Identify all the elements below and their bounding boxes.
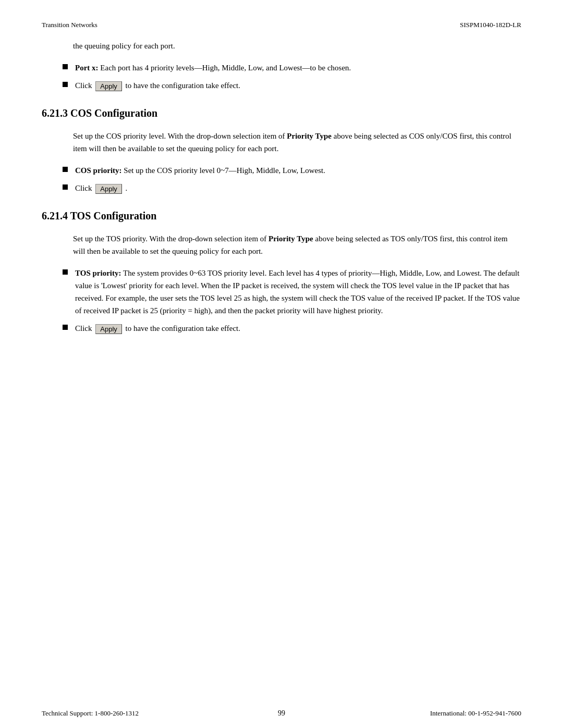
section-cos-heading: 6.21.3 COS Configuration [42, 107, 521, 119]
header-right: SISPM1040-182D-LR [460, 21, 521, 29]
tos-list-item-apply: Click Apply to have the configuration ta… [63, 322, 521, 335]
click-label-1: Click [75, 81, 94, 90]
bullet-icon [63, 82, 68, 87]
bullet-icon [63, 167, 68, 172]
list-item-apply-1: Click Apply to have the configuration ta… [63, 79, 521, 92]
page-header: Transition Networks SISPM1040-182D-LR [0, 0, 563, 34]
port-x-label: Port x: [75, 64, 99, 72]
cos-list-item-apply: Click Apply . [63, 182, 521, 194]
bullet-text: Port x: Each port has 4 priority levels—… [75, 61, 351, 74]
cos-bullet-text: COS priority: Set up the COS priority le… [75, 164, 325, 177]
apply-button-1[interactable]: Apply [95, 81, 122, 91]
tos-click-apply: Click Apply to have the configuration ta… [75, 322, 240, 335]
page: Transition Networks SISPM1040-182D-LR th… [0, 0, 563, 728]
cos-apply-suffix: . [126, 184, 128, 192]
cos-priority-text: Set up the COS priority level 0~7—High, … [124, 166, 325, 175]
click-apply-line-1: Click Apply to have the configuration ta… [75, 79, 240, 92]
page-number: 99 [0, 709, 563, 718]
cos-priority-label: COS priority: [75, 166, 122, 175]
port-x-text: Each port has 4 priority levels—High, Mi… [100, 64, 351, 72]
tos-apply-suffix: to have the configuration take effect. [126, 324, 240, 332]
header-left: Transition Networks [42, 21, 97, 29]
apply-suffix-1: to have the configuration take effect. [126, 81, 240, 90]
page-content: the queuing policy for each port. Port x… [0, 34, 563, 381]
section-tos-desc: Set up the TOS priority. With the drop-d… [73, 232, 521, 257]
tos-bullet-list: TOS priority: The system provides 0~63 T… [63, 267, 521, 335]
tos-priority-text: The system provides 0~63 TOS priority le… [75, 269, 520, 315]
cos-click-apply: Click Apply . [75, 182, 127, 194]
list-item: Port x: Each port has 4 priority levels—… [63, 61, 521, 74]
bullet-icon [63, 269, 68, 275]
section-cos-desc: Set up the COS priority level. With the … [73, 130, 521, 155]
apply-button-2[interactable]: Apply [95, 184, 122, 194]
apply-button-3[interactable]: Apply [95, 324, 122, 334]
bullet-icon [63, 325, 68, 330]
cos-click-label: Click [75, 184, 94, 192]
tos-priority-label: TOS priority: [75, 269, 121, 277]
intro-bullet-list: Port x: Each port has 4 priority levels—… [63, 61, 521, 92]
bullet-icon [63, 184, 68, 190]
cos-priority-type-bold: Priority Type [287, 132, 332, 140]
tos-list-item-1: TOS priority: The system provides 0~63 T… [63, 267, 521, 317]
cos-list-item-1: COS priority: Set up the COS priority le… [63, 164, 521, 177]
tos-desc-text1: Set up the TOS priority. With the drop-d… [73, 235, 268, 243]
tos-click-label: Click [75, 324, 94, 332]
cos-bullet-list: COS priority: Set up the COS priority le… [63, 164, 521, 194]
section-tos-heading: 6.21.4 TOS Configuration [42, 210, 521, 222]
tos-priority-type-bold: Priority Type [268, 235, 313, 243]
cos-desc-text1: Set up the COS priority level. With the … [73, 132, 287, 140]
intro-text: the queuing policy for each port. [73, 40, 521, 52]
tos-bullet-text: TOS priority: The system provides 0~63 T… [75, 267, 521, 317]
bullet-icon [63, 64, 68, 69]
